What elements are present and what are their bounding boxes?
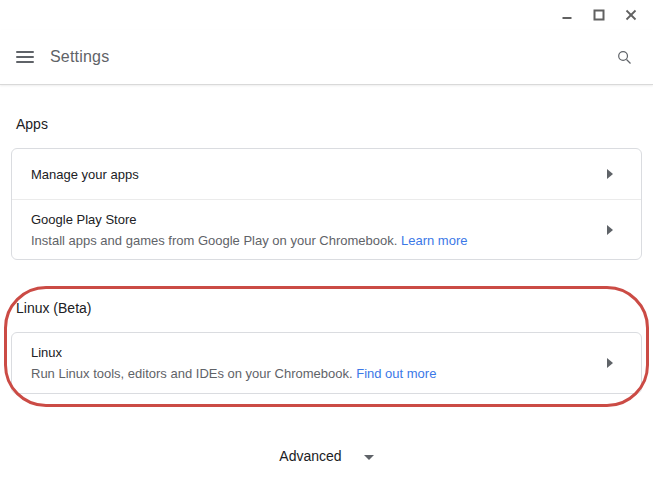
- section-heading-apps: Apps: [16, 116, 653, 132]
- menu-button[interactable]: [16, 51, 34, 63]
- arrow-right-icon: [607, 169, 613, 179]
- close-button[interactable]: [615, 2, 647, 28]
- row-linux[interactable]: Linux Run Linux tools, editors and IDEs …: [12, 333, 641, 393]
- settings-content: Apps Manage your apps Google Play Store …: [0, 85, 653, 394]
- row-google-play-store[interactable]: Google Play Store Install apps and games…: [12, 199, 641, 259]
- window-titlebar: [0, 0, 653, 30]
- search-icon: [616, 49, 633, 66]
- close-icon: [625, 9, 637, 21]
- section-apps: Apps Manage your apps Google Play Store …: [0, 116, 653, 260]
- linux-card: Linux Run Linux tools, editors and IDEs …: [11, 332, 642, 394]
- row-title: Google Play Store: [31, 212, 607, 227]
- row-title: Manage your apps: [31, 167, 607, 182]
- settings-header: Settings: [0, 30, 653, 85]
- row-subtitle: Install apps and games from Google Play …: [31, 233, 607, 248]
- arrow-right-icon: [607, 225, 613, 235]
- apps-card: Manage your apps Google Play Store Insta…: [11, 148, 642, 260]
- section-linux-beta: Linux (Beta) Linux Run Linux tools, edit…: [0, 300, 653, 394]
- section-heading-linux-beta: Linux (Beta): [16, 300, 653, 316]
- find-out-more-link[interactable]: Find out more: [356, 366, 436, 381]
- search-button[interactable]: [613, 46, 635, 68]
- page-title: Settings: [50, 48, 109, 66]
- row-title: Linux: [31, 345, 607, 360]
- maximize-button[interactable]: [583, 2, 615, 28]
- advanced-label: Advanced: [279, 448, 341, 464]
- row-subtitle: Run Linux tools, editors and IDEs on you…: [31, 366, 607, 381]
- caret-down-icon: [364, 455, 374, 460]
- arrow-right-icon: [607, 358, 613, 368]
- row-manage-your-apps[interactable]: Manage your apps: [12, 149, 641, 199]
- minimize-icon: [561, 9, 573, 21]
- advanced-toggle[interactable]: Advanced: [0, 448, 653, 464]
- minimize-button[interactable]: [551, 2, 583, 28]
- hamburger-icon: [16, 51, 34, 53]
- learn-more-link[interactable]: Learn more: [401, 233, 467, 248]
- maximize-icon: [593, 9, 605, 21]
